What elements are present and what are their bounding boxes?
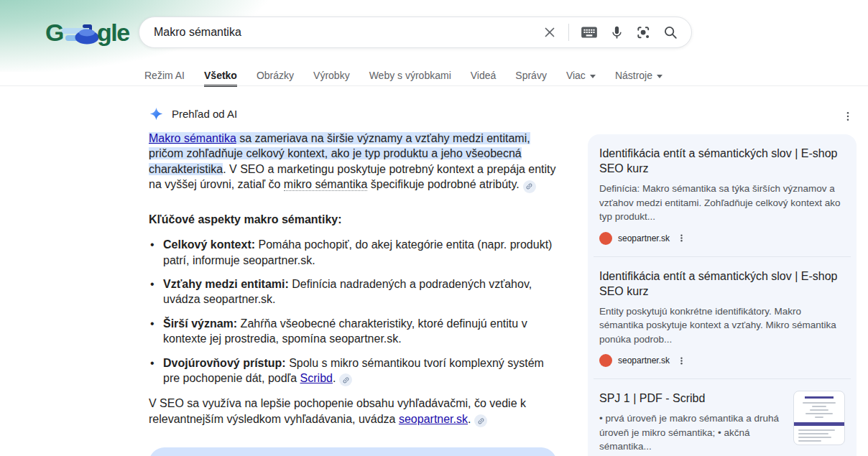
seopartner-favicon (599, 354, 612, 367)
chevron-down-icon (657, 75, 662, 78)
source-card[interactable]: Identifikácia entít a sémantických slov … (588, 257, 857, 379)
search-result-tabs: Režim AI Všetko Obrázky Výrobky Weby s v… (144, 65, 662, 86)
microphone-icon (609, 25, 624, 40)
source-domain: seopartner.sk (618, 233, 670, 243)
close-icon (542, 24, 558, 40)
ai-overview-header: Prehľad od AI (149, 106, 557, 121)
source-menu-button[interactable] (675, 232, 688, 244)
voice-search-button[interactable] (609, 25, 624, 40)
source-card-footer: seopartner.sk (599, 232, 845, 245)
document-thumbnail (793, 391, 845, 445)
seopartner-link[interactable]: seopartner.sk (399, 413, 468, 425)
source-menu-button[interactable] (675, 355, 688, 367)
list-item: Vzťahy medzi entitami: Definícia nadrade… (149, 276, 557, 307)
list-item: Dvojúrovňový prístup: Spolu s mikro séma… (149, 355, 557, 387)
source-card-footer: seopartner.sk (599, 354, 845, 367)
clear-search-button[interactable] (542, 24, 558, 40)
search-input[interactable]: Makro sémantika (154, 26, 531, 39)
ai-overview-sources-panel: Identifikácia entít a sémantických slov … (588, 134, 857, 456)
keyboard-button[interactable] (580, 23, 599, 42)
keyboard-icon (580, 23, 599, 42)
tab-nastroje[interactable]: Nástroje (615, 65, 662, 86)
source-card[interactable]: Identifikácia entít a sémantických slov … (588, 134, 857, 256)
tab-spravy[interactable]: Správy (515, 65, 547, 86)
source-card-title: Identifikácia entít a sémantických slov … (599, 146, 845, 176)
tab-vyrobky[interactable]: Výrobky (313, 65, 350, 86)
link-icon (525, 182, 533, 190)
source-domain: seopartner.sk (618, 355, 670, 366)
mikro-semantika-term[interactable]: mikro sémantika (284, 178, 367, 191)
source-card-snippet: • prvá úroveň je makro sémantika a druhá… (599, 411, 785, 454)
ai-sparkle-icon (149, 106, 164, 121)
search-icon (662, 24, 678, 40)
ai-overview: Prehľad od AI Makro sémantika sa zameria… (149, 106, 557, 456)
logo-letters-gle: gle (97, 19, 129, 47)
tab-obrazky[interactable]: Obrázky (257, 65, 294, 86)
list-item: Celkový kontext: Pomáha pochopiť, do ake… (149, 237, 557, 268)
explore-ai-mode-button[interactable]: Preskúmať podrobnejšie v režime AI (149, 447, 557, 456)
ai-overview-label: Prehľad od AI (172, 108, 237, 120)
search-submit-button[interactable] (662, 24, 678, 40)
google-logo[interactable]: G gle (45, 17, 129, 47)
lens-search-button[interactable] (635, 24, 652, 41)
source-card-snippet: Entity poskytujú konkrétne identifikátor… (599, 304, 845, 347)
citation-chip[interactable] (474, 414, 487, 427)
three-dot-menu-icon (842, 111, 854, 122)
source-card-title: Identifikácia entít a sémantických slov … (599, 269, 845, 299)
citation-chip[interactable] (523, 180, 536, 193)
chevron-down-icon (590, 75, 596, 78)
logo-letter-g: G (45, 19, 63, 47)
link-icon (477, 417, 485, 425)
makro-semantika-link[interactable]: Makro sémantika (149, 132, 236, 144)
tab-videa[interactable]: Videá (471, 65, 497, 86)
source-card[interactable]: SPJ 1 | PDF - Scribd • prvá úroveň je ma… (588, 379, 857, 456)
link-icon (342, 376, 350, 384)
list-item: Širší význam: Zahŕňa všeobecné charakter… (149, 316, 557, 347)
citation-chip[interactable] (339, 373, 352, 386)
seopartner-favicon (599, 232, 612, 245)
source-card-title: SPJ 1 | PDF - Scribd (599, 391, 785, 406)
tab-rezim-ai[interactable]: Režim AI (144, 65, 185, 86)
three-dot-menu-icon (677, 233, 686, 243)
aspects-heading: Kľúčové aspekty makro sémantiky: (149, 212, 557, 227)
header-divider (0, 85, 868, 86)
tab-viac[interactable]: Viac (566, 65, 596, 86)
scribd-link[interactable]: Scribd (300, 372, 333, 384)
tab-vsetko[interactable]: Všetko (204, 65, 237, 86)
ai-overview-outro: V SEO sa využíva na lepšie pochopenie ob… (149, 396, 557, 427)
three-dot-menu-icon (677, 356, 686, 366)
search-bar-divider (568, 24, 569, 41)
google-lens-icon (635, 24, 652, 41)
ai-overview-menu-button[interactable] (839, 108, 857, 127)
search-bar[interactable]: Makro sémantika (139, 17, 692, 48)
source-card-snippet: Definícia: Makro sémantika sa týka širší… (599, 182, 845, 224)
aspects-list: Celkový kontext: Pomáha pochopiť, do ake… (149, 237, 557, 386)
google-serp-page: { "header": { "logo_g": "G", "logo_rest"… (0, 0, 868, 456)
doodle-curling-stone-icon (62, 20, 99, 46)
ai-overview-intro: Makro sémantika sa zameriava na širšie v… (149, 131, 557, 193)
tab-weby-s-vyrobkami[interactable]: Weby s výrobkami (369, 65, 451, 86)
